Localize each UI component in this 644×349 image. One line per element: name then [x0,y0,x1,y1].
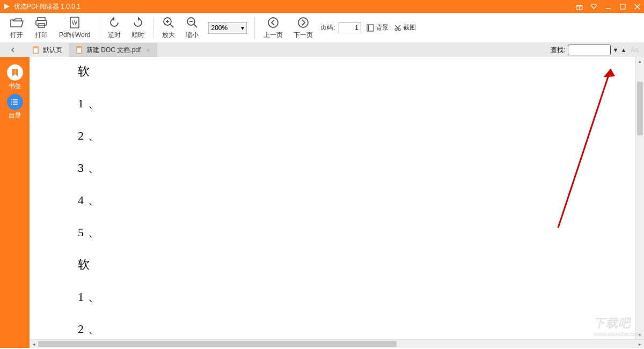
search-label: 查找: [551,46,565,55]
document-text-line: 软 [78,257,644,273]
page-canvas[interactable]: 软1 、2 、3 、4 、5 、软1 、2 、3 、 [30,57,644,339]
document-text-line: 软 [78,63,644,79]
svg-rect-31 [77,47,82,48]
document-text-line: 2 、 [78,128,644,144]
svg-point-20 [268,18,278,27]
bookmark-icon [7,64,23,81]
sidebar-item-bookmarks[interactable]: 书签 [7,64,23,91]
zoom-in-button[interactable]: 放大 [157,14,180,42]
document-text-line: 1 、 [78,289,644,305]
search-prev-icon[interactable]: ▲ [620,47,626,53]
svg-line-18 [194,24,197,27]
svg-line-14 [170,24,173,27]
sidebar-bookmarks-label: 书签 [9,82,21,91]
document-viewer: 软1 、2 、3 、4 、5 、软1 、2 、3 、 ▴ ▾ ◂ ▸ 下载吧 w… [30,57,644,348]
document-text-line: 1 、 [78,96,644,112]
arrow-left-circle-icon [267,16,280,30]
svg-point-36 [11,101,12,103]
document-text-line: 5 、 [78,224,644,241]
app-logo-icon [3,3,11,10]
background-label: 背景 [376,23,389,32]
dropdown-icon: ▾ [241,24,244,32]
scroll-right-icon[interactable]: ▸ [635,341,644,347]
rotate-cw-label: 顺时 [131,31,144,40]
scroll-v-thumb[interactable] [637,82,643,135]
background-button[interactable]: 背景 [367,23,389,32]
page-icon [32,46,40,54]
tab-close-icon[interactable]: ✕ [146,47,150,53]
scroll-down-icon[interactable]: ▾ [636,331,644,339]
tab-default[interactable]: 默认页 [26,43,69,57]
sidebar-item-toc[interactable]: 目录 [7,94,23,120]
svg-text:W: W [72,19,78,26]
toolbar-separator [153,17,153,39]
vertical-scrollbar[interactable]: ▴ ▾ [635,57,644,339]
zoom-out-icon [186,16,199,30]
page-number-input[interactable] [339,23,361,33]
screenshot-button[interactable]: 截图 [394,23,416,32]
document-text-line: 2 、 [78,321,644,337]
zoom-out-button[interactable]: 缩小 [180,14,204,42]
scroll-v-track[interactable] [636,66,644,331]
main-toolbar: 打开 打印 W Pdf转Word 逆时 顺时 放大 缩小 200% ▾ 上一页 … [0,13,644,43]
svg-rect-29 [33,47,38,48]
zoom-in-icon [162,16,175,30]
list-icon [7,94,23,110]
tab-default-label: 默认页 [43,46,62,55]
rotate-cw-icon [131,16,144,30]
open-label: 打开 [10,31,23,40]
toolbar-separator [99,17,99,39]
sidebar-toc-label: 目录 [9,111,21,120]
zoom-in-label: 放大 [162,31,175,40]
svg-point-21 [298,18,308,27]
rotate-cw-button[interactable]: 顺时 [126,14,150,42]
zoom-select[interactable]: 200% ▾ [208,22,247,34]
word-icon: W [68,16,82,30]
pdf-file-icon [76,46,83,54]
printer-icon [34,16,48,30]
rotate-ccw-icon [108,16,121,30]
rotate-ccw-label: 逆时 [108,31,121,40]
scroll-up-icon[interactable]: ▴ [636,57,644,66]
page-number-label: 页码: [320,23,335,32]
zoom-value: 200% [211,24,228,32]
svg-point-35 [11,99,12,100]
search-input[interactable] [568,45,611,55]
scroll-left-icon[interactable]: ◂ [30,341,38,347]
search-next-icon[interactable]: ▼ [613,47,619,53]
open-button[interactable]: 打开 [4,14,29,42]
pdf-to-word-button[interactable]: W Pdf转Word [54,14,96,42]
next-page-button[interactable]: 下一页 [288,14,318,42]
sidebar: 书签 目录 [0,57,30,348]
title-bar: 优选PDF阅读器 1.0.0.1 [0,0,644,13]
window-minimize-icon[interactable] [605,3,612,10]
print-label: 打印 [35,31,48,40]
window-maximize-icon[interactable] [619,3,626,10]
background-icon [367,24,374,32]
next-page-label: 下一页 [294,31,313,40]
prev-page-button[interactable]: 上一页 [258,14,288,42]
horizontal-scrollbar[interactable]: ◂ ▸ [30,339,644,348]
tab-back-button[interactable] [0,43,26,57]
prev-page-label: 上一页 [264,31,283,40]
match-case-icon[interactable]: Aa [631,46,639,54]
folder-open-icon [10,16,24,30]
tab-document[interactable]: 新建 DOC 文档.pdf ✕ [69,43,157,57]
tab-document-label: 新建 DOC 文档.pdf [86,46,141,55]
window-gift-icon[interactable] [576,3,583,10]
window-close-icon[interactable] [634,3,641,10]
svg-rect-23 [368,25,369,31]
window-title: 优选PDF阅读器 1.0.0.1 [14,2,576,11]
arrow-right-circle-icon [297,16,310,30]
svg-rect-9 [36,20,47,25]
zoom-out-label: 缩小 [186,31,199,40]
rotate-ccw-button[interactable]: 逆时 [103,14,126,42]
window-menu-icon[interactable] [590,3,597,10]
screenshot-label: 截图 [403,23,416,32]
print-button[interactable]: 打印 [29,14,54,42]
scroll-h-thumb[interactable] [38,341,397,347]
tab-bar: 默认页 新建 DOC 文档.pdf ✕ 查找: ▼ ▲ Aa [0,43,644,57]
document-text-line: 4 、 [78,192,644,208]
toolbar-separator [254,17,255,39]
scroll-h-track[interactable] [38,340,635,348]
